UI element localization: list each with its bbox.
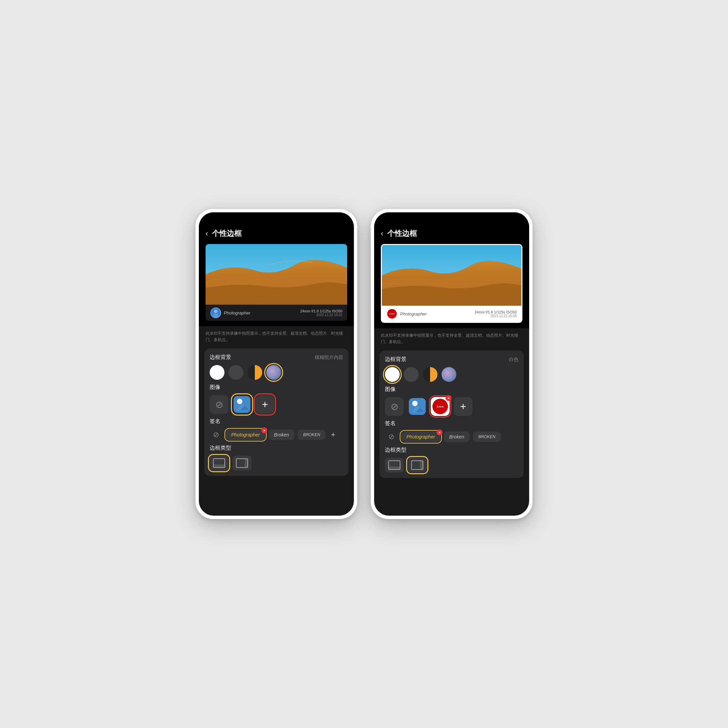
photo-frame-left: Photographer 24mm f/1.8 1/125s ISO50 202…	[206, 244, 347, 321]
image-label-right: 图像	[385, 386, 518, 393]
frame-type-options-right	[385, 458, 518, 473]
camera-date-left: 2023.12.22 15:02	[300, 313, 343, 317]
frame-bottom-left[interactable]	[210, 456, 228, 471]
plus-icon-left: +	[262, 398, 268, 411]
remove-badge-sig-left[interactable]: ×	[261, 427, 267, 433]
avatar-left	[210, 307, 221, 318]
border-bg-label-right: 边框背景	[385, 356, 407, 363]
settings-card-left: 边框背景 模糊照片内容 图像 ⊘	[204, 349, 349, 476]
frame-type-label-left: 边框类型	[210, 445, 343, 452]
no-icon-right: ⊘	[391, 401, 398, 412]
info-bar-right: Leica Photographer 24mm f/1.8 1/125s ISO…	[382, 306, 522, 322]
image-none-left[interactable]: ⊘	[210, 395, 228, 414]
sig-broken-left[interactable]: Broken	[269, 430, 294, 440]
frame-bottom-right[interactable]	[385, 458, 404, 473]
frame-right-left[interactable]	[232, 456, 251, 471]
warning-text-right: 此水印不支持录像中拍照显示，也不支持全景、超清文档、动态照片、时光慢门、多机位。	[374, 328, 529, 350]
settings-card-right: 边框背景 白色 图像 ⊘	[379, 350, 524, 478]
svg-point-3	[213, 314, 219, 318]
page-title-left: 个性边框	[212, 228, 242, 239]
color-options-right	[385, 367, 518, 382]
sig-broken-caps-right[interactable]: BROKEN	[473, 432, 501, 442]
image-label-left: 图像	[210, 384, 343, 391]
sig-label-right: 签名	[385, 420, 518, 427]
color-white-left[interactable]	[210, 365, 225, 380]
camera-spec-right: 24mm f/1.8 1/125s ISO50	[474, 310, 517, 314]
border-bg-row-right: 边框背景 白色	[385, 356, 518, 363]
image-mountain-right[interactable]	[408, 397, 427, 416]
image-mountain-left[interactable]	[232, 395, 251, 414]
frame-type-label-right: 边框类型	[385, 447, 518, 454]
border-bg-label-left: 边框背景	[210, 354, 231, 361]
top-bar-right: ‹ 个性边框	[374, 225, 529, 244]
sig-none-right[interactable]: ⊘	[385, 431, 398, 442]
photographer-left-block: Photographer	[210, 307, 251, 318]
color-half-right[interactable]	[423, 367, 437, 382]
preview-left: Photographer 24mm f/1.8 1/125s ISO50 202…	[199, 244, 354, 326]
back-button-left[interactable]: ‹	[206, 229, 208, 238]
image-add-right[interactable]: +	[454, 397, 473, 416]
border-bg-value-left: 模糊照片内容	[315, 355, 343, 361]
image-leica-right[interactable]: × Leica	[431, 397, 450, 416]
desert-photo-right	[382, 245, 522, 306]
warning-text-left: 此水印不支持录像中拍照显示，也不支持全景、超清文档、动态照片、时光慢门、多机位。	[199, 326, 354, 349]
frame-bottom-icon-left	[213, 458, 225, 468]
border-bg-value-right: 白色	[509, 356, 518, 362]
image-options-right: ⊘	[385, 397, 518, 416]
back-button-right[interactable]: ‹	[381, 229, 383, 238]
mountain-img-left	[234, 396, 251, 413]
color-gradient-left[interactable]	[266, 365, 281, 380]
svg-point-5	[237, 399, 242, 404]
color-dark-left[interactable]	[228, 365, 243, 380]
sig-broken-caps-left[interactable]: BROKEN	[298, 430, 326, 440]
page-wrapper: ‹ 个性边框	[196, 209, 532, 519]
sig-more-left[interactable]: +	[329, 429, 337, 440]
photographer-right-block: Leica Photographer	[387, 308, 427, 319]
image-add-left[interactable]: +	[255, 395, 274, 414]
leica-logo: Leica	[387, 309, 397, 318]
photographer-name-right: Photographer	[400, 311, 427, 317]
leica-img-right: Leica	[433, 399, 448, 414]
avatar-right: Leica	[387, 308, 398, 319]
image-none-right[interactable]: ⊘	[385, 397, 404, 416]
info-bar-left: Photographer 24mm f/1.8 1/125s ISO50 202…	[206, 305, 347, 321]
no-icon-left: ⊘	[216, 399, 223, 410]
color-half-left[interactable]	[248, 365, 262, 380]
sig-broken-right[interactable]: Broken	[444, 431, 470, 442]
color-white-right[interactable]	[385, 367, 400, 382]
frame-right-icon-right	[411, 460, 423, 470]
camera-info-left: 24mm f/1.8 1/125s ISO50 2023.12.22 15:02	[300, 309, 343, 317]
svg-point-2	[214, 310, 217, 313]
svg-point-10	[412, 401, 418, 406]
camera-info-right: 24mm f/1.8 1/125s ISO50 2023.12.22 15:06	[474, 310, 517, 318]
preview-right: Leica Photographer 24mm f/1.8 1/125s ISO…	[374, 244, 529, 328]
phone-left-inner: ‹ 个性边框	[199, 213, 354, 515]
color-options-left	[210, 365, 343, 380]
camera-date-right: 2023.12.22 15:06	[474, 314, 517, 318]
border-bg-row-left: 边框背景 模糊照片内容	[210, 354, 343, 361]
sig-label-left: 签名	[210, 418, 343, 425]
screen-right: ‹ 个性边框	[374, 213, 529, 515]
remove-badge-sig-right[interactable]: ×	[436, 430, 442, 436]
sig-photographer-right[interactable]: × Photographer	[401, 431, 440, 442]
top-bar-left: ‹ 个性边框	[199, 225, 354, 244]
desert-photo-left	[206, 244, 347, 305]
color-dark-right[interactable]	[404, 367, 419, 382]
plus-icon-right: +	[460, 401, 466, 413]
frame-right-icon-left	[236, 458, 248, 468]
remove-badge-leica-right[interactable]: ×	[445, 395, 452, 401]
phone-right: ‹ 个性边框	[371, 209, 532, 519]
phone-right-inner: ‹ 个性边框	[374, 213, 529, 515]
screen-left: ‹ 个性边框	[199, 213, 354, 515]
status-bar-right	[374, 213, 529, 225]
sig-none-left[interactable]: ⊘	[210, 429, 222, 440]
photographer-name-left: Photographer	[224, 310, 251, 315]
sig-photographer-left[interactable]: × Photographer	[226, 430, 265, 440]
status-bar-left	[199, 213, 354, 225]
photo-frame-right: Leica Photographer 24mm f/1.8 1/125s ISO…	[381, 244, 522, 323]
camera-spec-left: 24mm f/1.8 1/125s ISO50	[300, 309, 343, 313]
color-gradient-right[interactable]	[442, 367, 456, 382]
frame-right-right[interactable]	[408, 458, 427, 473]
image-options-left: ⊘	[210, 395, 343, 414]
page-title-right: 个性边框	[387, 228, 417, 239]
